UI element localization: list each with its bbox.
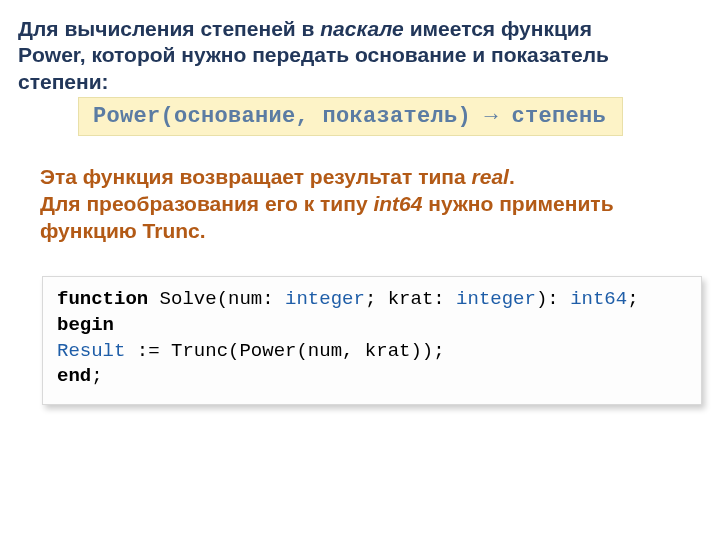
power-function-box: Power(основание, показатель) → степень xyxy=(78,97,623,136)
explanation-paragraph: Эта функция возвращает результат типа re… xyxy=(40,164,702,245)
code-ret: ): xyxy=(536,288,570,310)
code-eol4: ; xyxy=(91,365,102,387)
code-type-int64: int64 xyxy=(570,288,627,310)
intro-pascal: паскале xyxy=(320,17,404,40)
code-line-1: function Solve(num: integer; krat: integ… xyxy=(57,287,687,313)
code-type-int1: integer xyxy=(285,288,365,310)
code-snippet: function Solve(num: integer; krat: integ… xyxy=(42,276,702,405)
para2-real: real xyxy=(472,165,509,188)
para2-int64: int64 xyxy=(373,192,422,215)
code-line-2: begin xyxy=(57,313,687,339)
para2-l1b: . xyxy=(509,165,515,188)
kw-end: end xyxy=(57,365,91,387)
intro-text-1: Для вычисления степеней в xyxy=(18,17,320,40)
intro-paragraph: Для вычисления степеней в паскале имеетс… xyxy=(18,16,702,95)
para2-trunc: Trunc xyxy=(143,219,200,242)
code-line-4: end; xyxy=(57,364,687,390)
kw-begin: begin xyxy=(57,314,114,336)
code-semi1: ; krat: xyxy=(365,288,456,310)
para2-l1a: Эта функция возвращает результат типа xyxy=(40,165,472,188)
kw-function: function xyxy=(57,288,148,310)
para2-l2a: Для преобразования его к типу xyxy=(40,192,373,215)
code-assign: := Trunc(Power(num, krat)); xyxy=(125,340,444,362)
code-type-int2: integer xyxy=(456,288,536,310)
code-eol1: ; xyxy=(627,288,638,310)
intro-text-3: которой нужно передать основание и показ… xyxy=(18,43,609,92)
code-solve: Solve(num: xyxy=(148,288,285,310)
intro-power: Power, xyxy=(18,43,86,66)
intro-text-2: имеется функция xyxy=(404,17,592,40)
code-result: Result xyxy=(57,340,125,362)
code-line-3: Result := Trunc(Power(num, krat)); xyxy=(57,339,687,365)
para2-l2c: . xyxy=(200,219,206,242)
